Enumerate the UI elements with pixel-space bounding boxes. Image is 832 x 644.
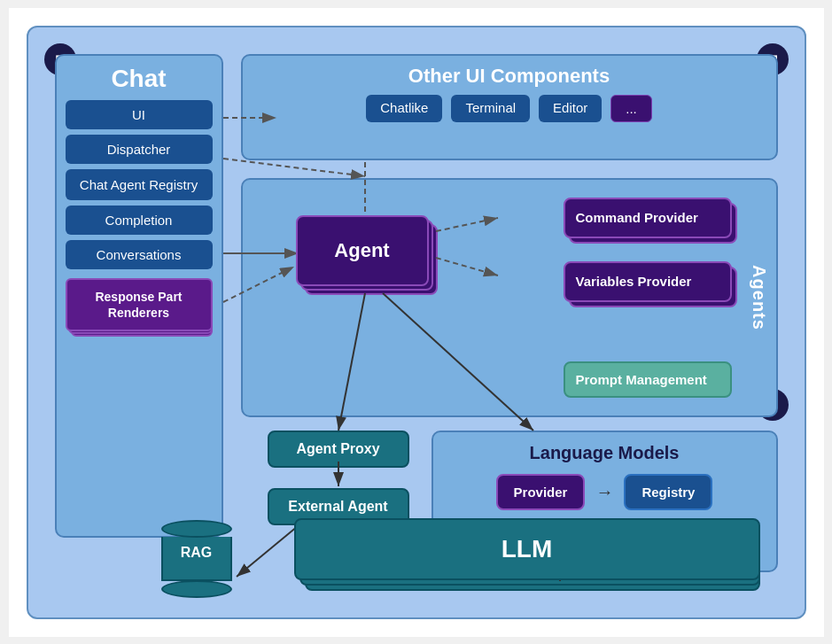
rag-bottom <box>161 580 232 598</box>
llm-front: LLM <box>294 518 760 580</box>
chat-ui-block: UI <box>66 100 213 129</box>
lang-models-title: Language Models <box>444 443 766 463</box>
cmd-provider-stack: Command Provider Variables Provider <box>564 198 732 322</box>
chat-conversations-block: Conversations <box>66 240 213 269</box>
other-ui-panel: Other UI Components Chatlike Terminal Ed… <box>241 54 778 160</box>
terminal-btn: Terminal <box>451 95 530 122</box>
lm-registry-box: Registry <box>624 474 712 510</box>
rag-cylinder: RAG <box>161 520 232 598</box>
agent-proxy-box: Agent Proxy <box>268 431 409 468</box>
chat-dispatcher-block: Dispatcher <box>66 135 213 164</box>
chat-agent-registry-block: Chat Agent Registry <box>66 169 213 201</box>
rag-container: RAG <box>161 520 232 598</box>
command-provider-wrapper: Command Provider <box>564 198 732 247</box>
response-block-container: Response Part Renderers <box>66 278 213 342</box>
agents-panel: Agent Command Provider Variables Provide… <box>241 178 778 417</box>
llm-stack: LLM <box>294 518 760 598</box>
agents-label: Agents <box>749 265 769 330</box>
diagram: ⊟ ⊟ ⊟ Chat UI Dispatcher Chat Agent Regi… <box>9 8 824 637</box>
response-block-front: Response Part Renderers <box>66 278 213 331</box>
other-ui-title: Other UI Components <box>255 65 764 88</box>
outer-box: ⊟ ⊟ ⊟ Chat UI Dispatcher Chat Agent Regi… <box>27 26 806 619</box>
chat-completion-block: Completion <box>66 206 213 235</box>
editor-btn: Editor <box>539 95 602 122</box>
prompt-management-box: Prompt Management <box>564 361 732 398</box>
lang-models-row: Provider → Registry <box>444 474 766 510</box>
llm-container: LLM <box>294 518 760 598</box>
agent-stack: Agent <box>296 215 438 322</box>
other-ui-buttons: Chatlike Terminal Editor ... <box>255 95 764 122</box>
vars-provider-wrapper: Variables Provider <box>564 261 732 311</box>
rag-top <box>161 520 232 538</box>
agent-front: Agent <box>296 215 429 286</box>
chatlike-btn: Chatlike <box>366 95 442 122</box>
cmd-provider-front: Command Provider <box>564 198 732 238</box>
svg-line-10 <box>237 522 303 577</box>
more-btn: ... <box>610 95 652 122</box>
svg-line-3 <box>223 159 365 176</box>
chat-panel: Chat UI Dispatcher Chat Agent Registry C… <box>55 54 223 538</box>
lm-arrow: → <box>595 482 613 502</box>
vars-provider-front: Variables Provider <box>564 261 732 302</box>
rag-label: RAG <box>161 545 232 561</box>
lm-provider-box: Provider <box>496 474 586 510</box>
chat-title: Chat <box>66 65 213 93</box>
